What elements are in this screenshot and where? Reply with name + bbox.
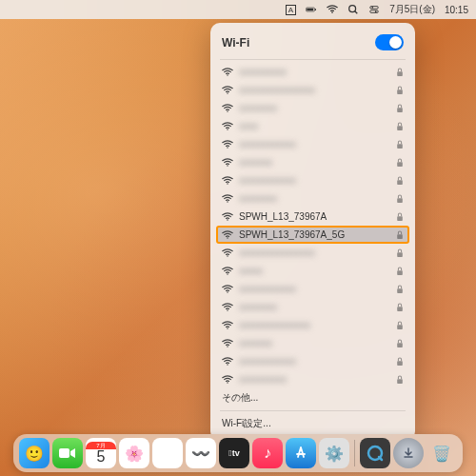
svg-point-32 [227, 273, 228, 275]
svg-point-40 [227, 346, 228, 347]
dock-quicktime[interactable] [360, 438, 390, 468]
network-item[interactable]: SPWH_L13_73967A [210, 208, 415, 226]
svg-rect-17 [397, 126, 403, 130]
network-item[interactable]: xxxxxxxxxxxx [210, 280, 415, 298]
network-item[interactable]: xxxxxxx [210, 153, 415, 171]
svg-rect-1 [307, 9, 313, 11]
svg-rect-46 [59, 448, 69, 458]
input-source-indicator[interactable]: A [286, 5, 296, 15]
dock-appstore[interactable] [286, 438, 316, 468]
svg-point-4 [349, 6, 356, 12]
network-item[interactable]: xxxxx [210, 262, 415, 280]
dock-freeform[interactable]: 〰️ [186, 438, 216, 468]
dock-finder[interactable]: 🙂 [19, 438, 50, 468]
svg-point-34 [227, 291, 228, 293]
svg-point-36 [227, 309, 228, 311]
network-name: xxxxx [239, 266, 390, 276]
svg-rect-23 [397, 180, 403, 185]
dock-reminders[interactable] [152, 438, 183, 468]
desktop: A 7月5日(金) 10:15 Wi-Fi xxxxxxxxxxxxxxxxxx… [0, 0, 476, 476]
network-name: xxxxxxxxxxxx [239, 175, 390, 186]
svg-point-12 [227, 92, 228, 94]
network-name: xxxxxxxxxx [239, 67, 390, 77]
control-center-icon[interactable] [368, 4, 380, 15]
separator [220, 59, 406, 60]
svg-rect-37 [397, 307, 403, 311]
network-name: xxxx [239, 121, 390, 131]
svg-rect-31 [397, 252, 403, 257]
wifi-icon[interactable] [327, 4, 338, 15]
network-name: xxxxxxx [239, 157, 390, 168]
svg-rect-15 [397, 108, 403, 112]
svg-rect-41 [397, 343, 403, 347]
other-networks[interactable]: その他... [210, 388, 415, 407]
dock-downloads[interactable] [393, 438, 424, 468]
dock-music[interactable]: ♪ [252, 438, 283, 468]
network-name: xxxxxxxxxx [239, 374, 390, 385]
svg-rect-25 [397, 198, 403, 203]
svg-point-18 [227, 147, 228, 149]
svg-point-44 [227, 382, 228, 384]
menubar-time[interactable]: 10:15 [445, 5, 468, 15]
network-item[interactable]: xxxxxxxx [210, 298, 415, 316]
svg-point-28 [227, 237, 228, 239]
svg-point-10 [227, 74, 228, 76]
svg-rect-2 [315, 9, 316, 10]
network-item[interactable]: xxxxxxx [210, 334, 415, 352]
wifi-panel: Wi-Fi xxxxxxxxxxxxxxxxxxxxxxxxxxxxxxxxxx… [210, 23, 415, 441]
dock-separator [354, 440, 355, 466]
network-item[interactable]: xxxxxxxxxxxx [210, 135, 415, 153]
network-name: xxxxxxxx [239, 302, 390, 312]
svg-rect-7 [370, 10, 379, 13]
svg-point-38 [227, 327, 228, 329]
wifi-toggle[interactable] [375, 34, 404, 50]
network-item[interactable]: xxxx [210, 117, 415, 135]
dock-facetime[interactable] [52, 438, 83, 468]
network-item[interactable]: xxxxxxxxxxxxxxx [210, 316, 415, 334]
svg-rect-13 [397, 89, 403, 94]
svg-rect-21 [397, 162, 403, 167]
svg-point-30 [227, 255, 228, 257]
svg-rect-35 [397, 288, 403, 293]
network-name: xxxxxxxx [239, 103, 390, 113]
svg-point-22 [227, 183, 228, 185]
svg-rect-43 [397, 361, 403, 366]
network-item[interactable]: xxxxxxxxxxxx [210, 171, 415, 189]
dock-photos[interactable]: 🌸 [119, 438, 149, 468]
search-icon[interactable] [347, 4, 359, 15]
network-item[interactable]: xxxxxxxxxxxxxxxx [210, 81, 415, 99]
network-item[interactable]: SPWH_L13_73967A_5G [216, 226, 409, 244]
svg-rect-29 [397, 234, 403, 239]
network-name: xxxxxxxxxxxx [239, 139, 390, 149]
network-name: xxxxxxx [239, 338, 390, 348]
svg-point-26 [227, 219, 228, 221]
network-name: SPWH_L13_73967A [239, 211, 390, 222]
network-name: xxxxxxxxxxxx [239, 284, 390, 294]
network-item[interactable]: xxxxxxxxxx [210, 370, 415, 388]
svg-point-14 [227, 110, 228, 112]
svg-point-16 [227, 129, 228, 130]
dock-calendar[interactable]: 7月5 [86, 438, 116, 468]
wifi-settings[interactable]: Wi-Fi設定... [210, 414, 415, 433]
network-item[interactable]: xxxxxxxx [210, 189, 415, 208]
svg-rect-11 [397, 71, 403, 76]
wifi-panel-title: Wi-Fi [222, 36, 249, 50]
svg-rect-39 [397, 325, 403, 329]
svg-rect-27 [397, 216, 403, 221]
svg-line-5 [355, 11, 358, 14]
network-name: xxxxxxxxxxxxxxx [239, 320, 390, 330]
network-item[interactable]: xxxxxxxxxxxx [210, 352, 415, 370]
svg-rect-6 [370, 7, 379, 10]
dock-tv[interactable]: 🣿tv [219, 438, 249, 468]
svg-point-3 [331, 11, 333, 13]
network-item[interactable]: xxxxxxxx [210, 99, 415, 117]
dock-trash[interactable]: 🗑️ [426, 438, 457, 468]
svg-rect-45 [397, 379, 403, 384]
network-name: xxxxxxxxxxxxxxxx [239, 85, 390, 95]
network-item[interactable]: xxxxxxxxxx [210, 63, 415, 81]
menubar-date[interactable]: 7月5日(金) [389, 3, 435, 16]
network-item[interactable]: xxxxxxxxxxxxxxxx [210, 244, 415, 262]
battery-icon[interactable] [306, 4, 317, 15]
svg-point-9 [375, 10, 377, 12]
dock-settings[interactable]: ⚙️ [319, 438, 349, 468]
